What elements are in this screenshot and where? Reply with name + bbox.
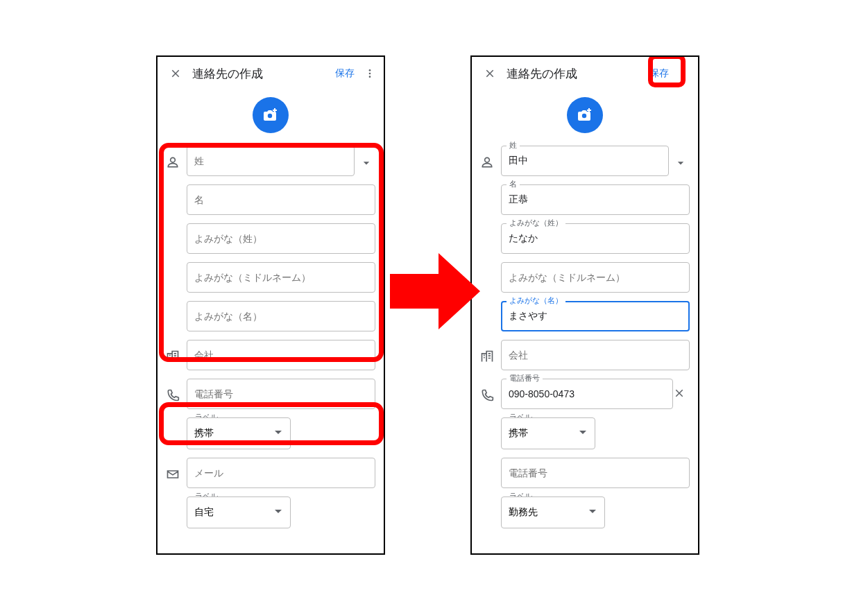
phone-icon xyxy=(480,379,501,402)
firstname-field[interactable] xyxy=(187,184,375,215)
email-label-select[interactable]: 自宅 xyxy=(187,497,291,528)
svg-point-7 xyxy=(683,69,686,71)
svg-point-4 xyxy=(268,114,272,118)
phonetic-middlename-field[interactable] xyxy=(187,262,375,293)
phonetic-lastname-label: よみがな（姓） xyxy=(507,218,565,227)
expand-name-button[interactable] xyxy=(670,153,691,173)
phonetic-lastname-field[interactable] xyxy=(501,223,690,254)
email-section: ラベル 自宅 xyxy=(158,458,384,528)
phone-screenshot-after: 連絡先の作成 保存 姓 名 xyxy=(470,55,699,555)
phone-label-select[interactable]: 携帯 xyxy=(187,417,291,449)
phone-number-field[interactable] xyxy=(187,379,375,409)
close-icon xyxy=(673,387,686,399)
company-section xyxy=(472,340,698,370)
svg-point-8 xyxy=(683,73,686,75)
name-section: 姓 名 よみがな（姓） よみがな（名） xyxy=(472,146,698,331)
phone-icon xyxy=(166,379,187,402)
svg-point-3 xyxy=(369,76,371,78)
phone-section: ラベル 携帯 xyxy=(158,379,384,449)
header: 連絡先の作成 保存 xyxy=(158,57,384,90)
phone-section-2: ラベル 勤務先 xyxy=(472,458,698,528)
save-button[interactable]: 保存 xyxy=(644,63,674,84)
svg-point-10 xyxy=(582,114,586,118)
phone-number-label: 電話番号 xyxy=(507,373,543,383)
phone-number-field[interactable] xyxy=(501,379,673,409)
expand-name-button[interactable] xyxy=(356,153,377,173)
page-title: 連絡先の作成 xyxy=(504,66,644,82)
camera-add-icon xyxy=(577,107,593,123)
name-section xyxy=(158,146,384,331)
header: 連絡先の作成 保存 xyxy=(472,57,698,90)
company-field[interactable] xyxy=(187,340,375,370)
person-icon xyxy=(480,146,501,169)
svg-marker-0 xyxy=(390,253,480,329)
svg-point-9 xyxy=(683,76,686,78)
firstname-field[interactable] xyxy=(501,184,690,215)
svg-point-1 xyxy=(369,69,371,71)
add-photo-button[interactable] xyxy=(567,97,603,133)
lastname-field[interactable] xyxy=(187,146,355,176)
svg-point-2 xyxy=(369,73,371,75)
phone-label-select[interactable]: 携帯 xyxy=(501,417,595,449)
page-title: 連絡先の作成 xyxy=(189,66,330,82)
more-menu-button[interactable] xyxy=(674,68,694,79)
phonetic-firstname-field[interactable] xyxy=(501,301,690,331)
phonetic-firstname-field[interactable] xyxy=(187,301,375,331)
clear-phone-button[interactable] xyxy=(669,387,690,399)
phone-screenshot-before: 連絡先の作成 保存 xyxy=(156,55,385,555)
phone-section-1: 電話番号 ラベル 携帯 xyxy=(472,379,698,449)
phone-label-select-2[interactable]: 勤務先 xyxy=(501,497,605,528)
phonetic-firstname-label: よみがな（名） xyxy=(507,295,565,305)
close-button[interactable] xyxy=(476,67,504,80)
more-menu-button[interactable] xyxy=(360,68,380,79)
company-field[interactable] xyxy=(501,340,690,370)
save-button[interactable]: 保存 xyxy=(330,63,360,84)
chevron-down-icon xyxy=(359,156,373,170)
close-button[interactable] xyxy=(162,67,189,80)
svg-rect-6 xyxy=(273,110,277,111)
phonetic-lastname-field[interactable] xyxy=(187,223,375,254)
company-icon xyxy=(480,340,501,363)
svg-rect-12 xyxy=(587,110,591,111)
email-field[interactable] xyxy=(187,458,375,488)
phone-number-field-2[interactable] xyxy=(501,458,690,488)
chevron-down-icon xyxy=(674,156,688,170)
firstname-label: 名 xyxy=(507,179,520,189)
company-icon xyxy=(166,340,187,363)
lastname-field[interactable] xyxy=(501,146,669,176)
phonetic-middlename-field[interactable] xyxy=(501,262,690,293)
email-icon xyxy=(166,458,187,481)
transition-arrow xyxy=(390,250,480,333)
lastname-label: 姓 xyxy=(507,140,520,150)
add-photo-button[interactable] xyxy=(253,97,289,133)
person-icon xyxy=(166,146,187,169)
company-section xyxy=(158,340,384,370)
camera-add-icon xyxy=(262,107,279,123)
